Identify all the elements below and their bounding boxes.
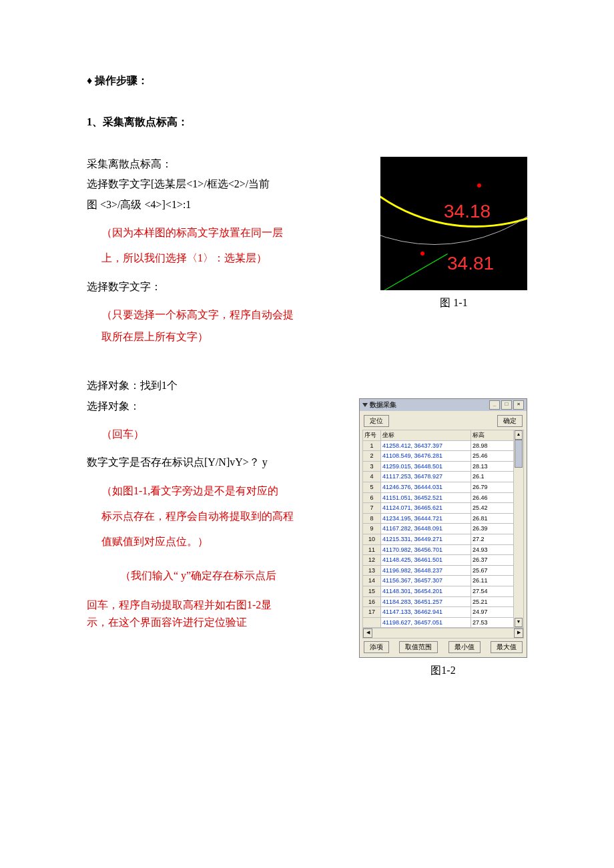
cell-coord[interactable]: 41148.425, 36461.501: [381, 555, 471, 566]
cell-seq[interactable]: 4: [363, 472, 381, 482]
cell-seq[interactable]: 7: [363, 503, 381, 514]
app-icon: [362, 403, 368, 407]
add-row-button[interactable]: 添项: [364, 641, 389, 653]
maximize-button[interactable]: □: [501, 400, 512, 410]
table-row[interactable]: 941167.282, 36448.09126.39: [363, 524, 524, 534]
cell-coord[interactable]: 41215.331, 36449.271: [381, 534, 471, 545]
section-heading: ♦操作步骤：: [87, 73, 527, 88]
window-title: 数据采集: [370, 401, 396, 408]
note-text: 取所在层上所有文字）: [101, 328, 367, 346]
col-header-seq[interactable]: 序号: [363, 430, 381, 441]
table-row[interactable]: 1341196.982, 36448.23725.67: [363, 565, 524, 576]
table-row[interactable]: 41198.627, 36457.05127.53: [363, 617, 524, 628]
table-row[interactable]: 1741147.133, 36462.94124.97: [363, 607, 524, 618]
scroll-up-icon[interactable]: ▲: [515, 430, 523, 440]
cell-seq[interactable]: 2: [363, 451, 381, 462]
note-text: 回车，程序自动提取高程并如右图1-2显: [87, 596, 346, 614]
note-text: （我们输入“ y”确定存在标示点后: [120, 563, 346, 588]
cell-coord[interactable]: 41108.549, 36476.281: [381, 451, 471, 462]
minimize-button[interactable]: _: [489, 400, 500, 410]
cell-seq[interactable]: 14: [363, 576, 381, 586]
cell-seq[interactable]: 13: [363, 565, 381, 576]
body-text: 数字文字是否存在标识点[Y/N]vY>？ y: [87, 455, 346, 470]
table-row[interactable]: 841234.195, 36444.72126.81: [363, 513, 524, 524]
col-header-coord[interactable]: 坐标: [381, 430, 471, 441]
scroll-left-icon[interactable]: ◀: [363, 628, 372, 638]
cell-coord[interactable]: 41196.982, 36448.237: [381, 565, 471, 576]
cell-coord[interactable]: 41258.412, 36437.397: [381, 440, 471, 451]
table-row[interactable]: 1441156.367, 36457.30726.11: [363, 576, 524, 586]
cell-coord[interactable]: 41198.627, 36457.051: [381, 617, 471, 628]
table-row[interactable]: 1541148.301, 36454.20127.54: [363, 586, 524, 597]
ok-button[interactable]: 确定: [497, 415, 523, 427]
table-row[interactable]: 1641184.283, 36451.25725.21: [363, 596, 524, 607]
table-row[interactable]: 341259.015, 36448.50128.13: [363, 461, 524, 472]
cell-coord[interactable]: 41151.051, 36452.521: [381, 492, 471, 503]
cell-seq[interactable]: 10: [363, 534, 381, 545]
scroll-down-icon[interactable]: ▼: [515, 618, 523, 627]
cell-seq[interactable]: 9: [363, 524, 381, 534]
horizontal-scrollbar[interactable]: ◀ ▶: [362, 628, 524, 638]
table-row[interactable]: 141258.412, 36437.39728.98: [363, 440, 524, 451]
table-row[interactable]: 441117.253, 36478.92726.1: [363, 472, 524, 482]
note-text: 示，在这个界面容许进行定位验证: [87, 614, 346, 631]
body-text: 选择数字文字：: [87, 280, 367, 294]
value-range-button[interactable]: 取值范围: [399, 641, 438, 653]
cell-seq[interactable]: 15: [363, 586, 381, 597]
cell-coord[interactable]: 41167.282, 36448.091: [381, 524, 471, 534]
min-value-button[interactable]: 最小值: [448, 641, 481, 653]
body-text: 选择对象：找到1个: [87, 378, 346, 393]
vertical-scrollbar[interactable]: ▲ ▼: [513, 430, 524, 628]
table-row[interactable]: 241108.549, 36476.28125.46: [363, 451, 524, 462]
marker-dot-icon: [477, 183, 481, 187]
cell-coord[interactable]: 41234.195, 36444.721: [381, 513, 471, 524]
cell-coord[interactable]: 41184.283, 36451.257: [381, 596, 471, 607]
cell-coord[interactable]: 41148.301, 36454.201: [381, 586, 471, 597]
scroll-right-icon[interactable]: ▶: [514, 628, 523, 638]
table-row[interactable]: 641151.051, 36452.52126.46: [363, 492, 524, 503]
cell-coord[interactable]: 41117.253, 36478.927: [381, 472, 471, 482]
close-button[interactable]: ×: [513, 400, 524, 410]
marker-dot-icon: [420, 252, 424, 256]
table-row[interactable]: 541246.376, 36444.03126.79: [363, 482, 524, 493]
data-table[interactable]: 序号 坐标 标高 141258.412, 36437.39728.9824110…: [362, 430, 524, 628]
heading-text: 操作步骤：: [95, 75, 148, 86]
cell-seq[interactable]: 6: [363, 492, 381, 503]
table-row[interactable]: 1141170.982, 36456.70124.93: [363, 544, 524, 555]
cell-coord[interactable]: 41246.376, 36444.031: [381, 482, 471, 493]
note-text: 值赋值到对应点位。）: [101, 529, 346, 554]
note-text: （只要选择一个标高文字，程序自动会提: [101, 302, 367, 328]
cell-coord[interactable]: 41124.071, 36465.621: [381, 503, 471, 514]
data-collect-window: 数据采集 _ □ × 定位 确定 序号: [359, 398, 527, 658]
cell-seq[interactable]: 3: [363, 461, 381, 472]
max-value-button[interactable]: 最大值: [491, 641, 523, 653]
cell-seq[interactable]: 5: [363, 482, 381, 493]
locate-button[interactable]: 定位: [364, 415, 389, 427]
figure-caption: 图1-2: [359, 663, 527, 678]
cell-coord[interactable]: 41147.133, 36462.941: [381, 607, 471, 618]
figure-1-1: 34.18 34.81: [380, 157, 527, 290]
cell-coord[interactable]: 41170.982, 36456.701: [381, 544, 471, 555]
cell-coord[interactable]: 41156.367, 36457.307: [381, 576, 471, 586]
cell-seq[interactable]: 1: [363, 440, 381, 451]
bullet-icon: ♦: [87, 75, 92, 86]
note-text: （因为本样图的标高文字放置在同一层: [101, 220, 367, 246]
table-row[interactable]: 1041215.331, 36449.27127.2: [363, 534, 524, 545]
cell-seq[interactable]: 8: [363, 513, 381, 524]
body-text: 选择对象：: [87, 399, 346, 414]
table-row[interactable]: 741124.071, 36465.62125.42: [363, 503, 524, 514]
note-text: （回车）: [101, 422, 346, 447]
note-text: 标示点存在，程序会自动将提取到的高程: [101, 504, 346, 529]
cell-seq[interactable]: [363, 617, 381, 628]
cell-coord[interactable]: 41259.015, 36448.501: [381, 461, 471, 472]
table-row[interactable]: 1241148.425, 36461.50126.37: [363, 555, 524, 566]
cell-seq[interactable]: 12: [363, 555, 381, 566]
cell-seq[interactable]: 11: [363, 544, 381, 555]
window-titlebar[interactable]: 数据采集 _ □ ×: [360, 399, 527, 411]
cell-seq[interactable]: 16: [363, 596, 381, 607]
scroll-thumb[interactable]: [515, 440, 523, 468]
figure-caption: 图 1-1: [380, 296, 527, 310]
cell-seq[interactable]: 17: [363, 607, 381, 618]
body-text: 采集离散点标高：: [87, 157, 367, 171]
note-text: （如图1-1,看文字旁边是不是有对应的: [101, 478, 346, 504]
